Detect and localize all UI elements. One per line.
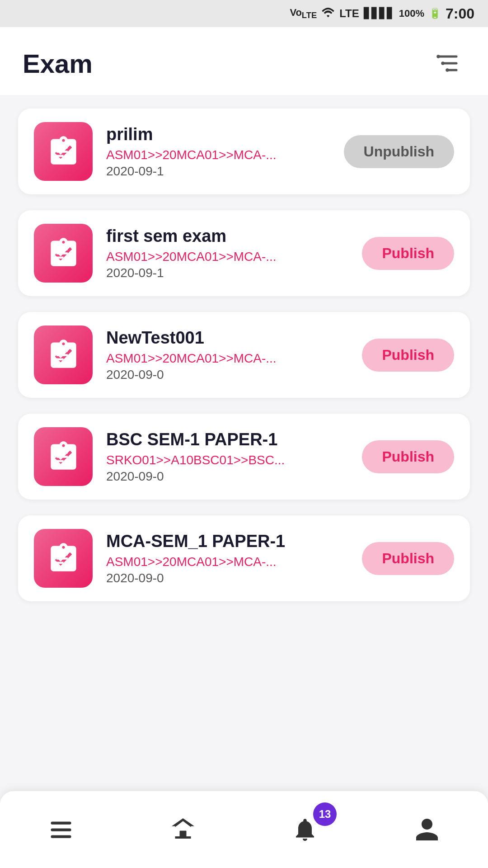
svg-rect-21: [51, 822, 71, 825]
exam-card: first sem exam ASM01>>20MCA01>>MCA-... 2…: [18, 210, 470, 296]
exam-name: BSC SEM-1 PAPER-1: [106, 430, 348, 449]
exam-card: MCA-SEM_1 PAPER-1 ASM01>>20MCA01>>MCA-..…: [18, 515, 470, 601]
exam-list: prilim ASM01>>20MCA01>>MCA-... 2020-09-1…: [0, 95, 488, 796]
exam-action: Unpublish: [344, 135, 454, 168]
exam-date: 2020-09-0: [106, 571, 348, 585]
svg-point-4: [441, 61, 445, 65]
exam-date: 2020-09-0: [106, 469, 348, 484]
exam-icon: [34, 122, 93, 181]
exam-date: 2020-09-1: [106, 164, 330, 179]
exam-info: first sem exam ASM01>>20MCA01>>MCA-... 2…: [106, 226, 348, 280]
nav-home[interactable]: [138, 802, 228, 857]
exam-icon: [34, 326, 93, 384]
status-bar: VoLTE LTE ▋▋▋▋ 100% 🔋 7:00: [0, 0, 488, 27]
page-title: Exam: [23, 48, 93, 79]
wifi-icon: [321, 6, 335, 21]
page-header: Exam: [0, 27, 488, 95]
publish-button[interactable]: Publish: [362, 339, 454, 372]
publish-button[interactable]: Publish: [362, 237, 454, 270]
exam-path: ASM01>>20MCA01>>MCA-...: [106, 555, 323, 569]
svg-point-5: [446, 68, 449, 72]
exam-info: BSC SEM-1 PAPER-1 SRKO01>>A10BSC01>>BSC.…: [106, 430, 348, 484]
exam-icon: [34, 224, 93, 283]
exam-action: Publish: [362, 339, 454, 372]
clock: 7:00: [446, 5, 474, 22]
exam-path: ASM01>>20MCA01>>MCA-...: [106, 250, 323, 264]
nav-profile[interactable]: [382, 802, 472, 857]
signal-icons: VoLTE LTE ▋▋▋▋ 100% 🔋 7:00: [290, 5, 474, 22]
battery-text: 100%: [399, 8, 424, 19]
exam-name: NewTest001: [106, 328, 348, 348]
exam-path: ASM01>>20MCA01>>MCA-...: [106, 148, 323, 162]
exam-path: ASM01>>20MCA01>>MCA-...: [106, 351, 323, 366]
exam-date: 2020-09-0: [106, 368, 348, 382]
nav-notifications[interactable]: 13: [260, 802, 350, 857]
lte-icon: LTE: [339, 7, 359, 20]
exam-card: NewTest001 ASM01>>20MCA01>>MCA-... 2020-…: [18, 312, 470, 398]
exam-icon: [34, 529, 93, 588]
exam-info: prilim ASM01>>20MCA01>>MCA-... 2020-09-1: [106, 125, 330, 179]
exam-icon: [34, 427, 93, 486]
publish-button[interactable]: Publish: [362, 440, 454, 473]
exam-action: Publish: [362, 237, 454, 270]
exam-date: 2020-09-1: [106, 266, 348, 280]
exam-path: SRKO01>>A10BSC01>>BSC...: [106, 453, 323, 467]
svg-rect-23: [51, 835, 71, 838]
exam-info: MCA-SEM_1 PAPER-1 ASM01>>20MCA01>>MCA-..…: [106, 532, 348, 585]
exam-name: prilim: [106, 125, 330, 144]
bottom-navigation: 13: [0, 791, 488, 868]
exam-action: Publish: [362, 440, 454, 473]
filter-button[interactable]: [429, 45, 465, 81]
battery-icon: 🔋: [429, 8, 441, 19]
volte-icon: VoLTE: [290, 7, 317, 20]
signal-bars-icon: ▋▋▋▋: [364, 8, 394, 19]
exam-action: Publish: [362, 542, 454, 575]
svg-rect-22: [51, 829, 71, 831]
exam-card: prilim ASM01>>20MCA01>>MCA-... 2020-09-1…: [18, 108, 470, 194]
exam-name: first sem exam: [106, 226, 348, 246]
exam-name: MCA-SEM_1 PAPER-1: [106, 532, 348, 551]
nav-menu[interactable]: [16, 802, 106, 857]
notification-badge: 13: [313, 802, 337, 826]
unpublish-button[interactable]: Unpublish: [344, 135, 454, 168]
exam-info: NewTest001 ASM01>>20MCA01>>MCA-... 2020-…: [106, 328, 348, 382]
exam-card: BSC SEM-1 PAPER-1 SRKO01>>A10BSC01>>BSC.…: [18, 414, 470, 500]
publish-button[interactable]: Publish: [362, 542, 454, 575]
svg-rect-24: [180, 831, 187, 838]
svg-point-3: [436, 55, 440, 58]
